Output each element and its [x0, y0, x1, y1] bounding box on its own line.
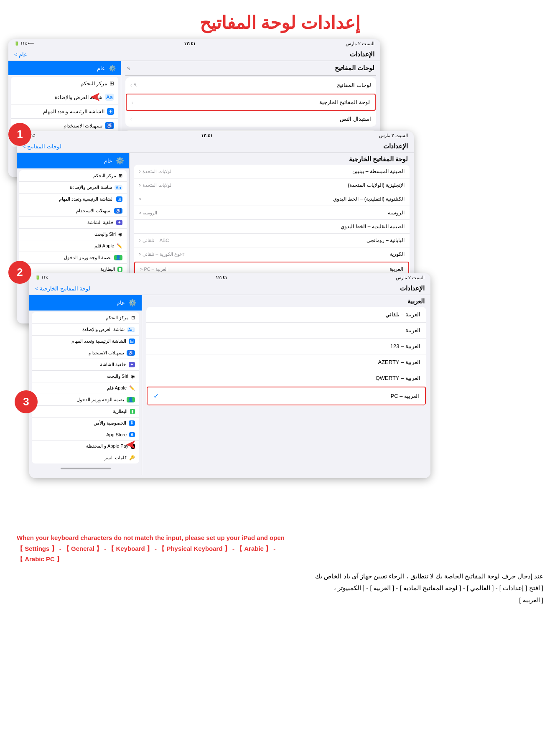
- wp-icon-2: ✦: [116, 220, 122, 225]
- layout-2[interactable]: العربية: [146, 323, 426, 339]
- display-icon-3: Aa: [127, 327, 135, 332]
- keyboard-list-2: الصينية المبسطة – بينبين الولايات المتحد…: [134, 165, 410, 277]
- english-instruction: When your keyboard characters do not mat…: [17, 532, 543, 565]
- layout-4[interactable]: العربية – AZERTY: [146, 354, 426, 370]
- kb-item-1[interactable]: الصينية المبسطة – بينبين الولايات المتحد…: [134, 165, 410, 178]
- appstore-icon-3: A: [129, 432, 135, 437]
- nav-title-3: الإعدادات: [400, 285, 425, 292]
- cc-icon-3: ⊞: [131, 315, 135, 321]
- status-date-3: السبت ٢ مارس: [396, 275, 425, 280]
- wp-icon-3: ✦: [129, 362, 135, 367]
- battery-icon-4: 🔋 ‎١١٪: [35, 275, 48, 280]
- keyboards-section-title: لوحات المفاتيح: [335, 64, 374, 72]
- step-circle-2: 2: [8, 261, 31, 284]
- arabic-instruction: عند إدخال حرف لوحة المفاتيح الخاصة بك لا…: [17, 570, 543, 606]
- cc-icon-2: ⊞: [119, 173, 122, 178]
- page-title: إعدادات لوحة المفاتيح: [0, 0, 560, 39]
- bottom-text-section: When your keyboard characters do not mat…: [8, 532, 552, 606]
- kb-item-2[interactable]: الإنجليزية (الولايات المتحدة) الولايات ا…: [134, 178, 410, 192]
- status-date-2: السبت ٢ مارس: [379, 133, 408, 138]
- layout-5[interactable]: العربية – QWERTY: [146, 370, 426, 386]
- keyboards-item-1[interactable]: لوحات المفاتيح ٩ ›: [125, 77, 376, 93]
- keyboards-list: لوحات المفاتيح ٩ › لوحة المفاتيح الخارجي…: [125, 77, 376, 127]
- kb-item-5[interactable]: الصينية التقليدية – الخط اليدوي: [134, 220, 410, 234]
- nav-back-2[interactable]: لوحات المفاتيح >: [23, 143, 61, 150]
- layout-1[interactable]: العربية – تلقائي: [146, 307, 426, 323]
- general-label-3: عام: [117, 300, 125, 306]
- nav-title-2: الإعدادات: [383, 143, 408, 150]
- step-circle-1: 1: [8, 123, 31, 146]
- accessibility-icon: ♿: [105, 122, 114, 129]
- battery-icon: 🔋 ‎١١٪ ⟵: [14, 41, 34, 46]
- kb-item-3[interactable]: الكنلتونية (التقليدية) – الخط اليدوي <: [134, 192, 410, 206]
- keyboards-count: ٩: [127, 65, 130, 71]
- layout-arabic-pc[interactable]: العربية – PC ✓: [147, 387, 426, 405]
- apple-pencil-icon-2: ✏️: [117, 243, 122, 249]
- nav-back-1[interactable]: عام >: [14, 51, 27, 58]
- keyboards-item-2[interactable]: لوحة المفاتيح الخارجية ›: [126, 94, 376, 111]
- siri-icon-2: ◉: [118, 232, 122, 237]
- nav-title-1: الإعدادات: [350, 51, 374, 58]
- homescreen-icon: ⊞: [107, 108, 114, 115]
- kb-item-6[interactable]: اليابانية – رومانجي ABC – تلقائي <: [134, 234, 410, 247]
- general-label-2: عام: [104, 158, 112, 164]
- home-icon-3: ⊞: [129, 339, 135, 344]
- layout-list: العربية – تلقائي العربية العربية – 123 ا…: [146, 307, 426, 406]
- general-icon: ⚙️: [109, 65, 116, 71]
- general-label-1: عام: [97, 65, 105, 71]
- layout-3[interactable]: العربية – 123: [146, 339, 426, 354]
- general-icon-3: ⚙️: [128, 299, 137, 307]
- status-time-2: ١٢:٤١: [201, 133, 213, 138]
- arrow-3: ➤: [125, 437, 137, 453]
- status-date-1: السبت ٢ مارس: [346, 41, 374, 46]
- control-center-icon: ⊞: [109, 80, 114, 87]
- status-time-1: ١٢:٤١: [184, 41, 196, 46]
- kb-item-4[interactable]: الروسية الروسية <: [134, 206, 410, 220]
- passwords-icon-3: 🔑: [129, 455, 135, 461]
- battery-icon-5: ▮: [130, 409, 135, 414]
- display-icon: Aa: [105, 94, 114, 101]
- checkmark-icon: ✓: [153, 392, 159, 400]
- battery-icon-3: ▮: [117, 267, 122, 272]
- status-time-3: ١٢:٤١: [216, 275, 227, 280]
- arrow-1: ➤: [90, 89, 101, 105]
- acc-icon-2: ♿: [114, 208, 122, 214]
- panel-3: 🔋 ‎١١٪ ١٢:٤١ السبت ٢ مارس الإعدادات لوحة…: [29, 273, 430, 478]
- siri-icon-3: ◉: [131, 374, 135, 379]
- step-circle-3: 3: [15, 390, 38, 413]
- display-icon-2: Aa: [115, 185, 122, 190]
- nav-back-3[interactable]: لوحة المفاتيح الخارجية >: [35, 285, 90, 292]
- privacy-icon-3: ⬇: [129, 420, 135, 426]
- apple-pencil-icon-3: ✏️: [129, 385, 135, 391]
- home-icon-2: ⊞: [116, 196, 122, 202]
- kb-item-7[interactable]: الكورية ٢-نوع الكورية – تلقائي <: [134, 247, 410, 261]
- keyboards-item-3[interactable]: استبدال النص ›: [125, 111, 376, 127]
- faceid-icon-3: 👤: [127, 397, 135, 402]
- acc-icon-3: ♿: [127, 350, 135, 356]
- faceid-icon-2: 👤: [114, 255, 122, 260]
- general-icon-2: ⚙️: [116, 157, 124, 165]
